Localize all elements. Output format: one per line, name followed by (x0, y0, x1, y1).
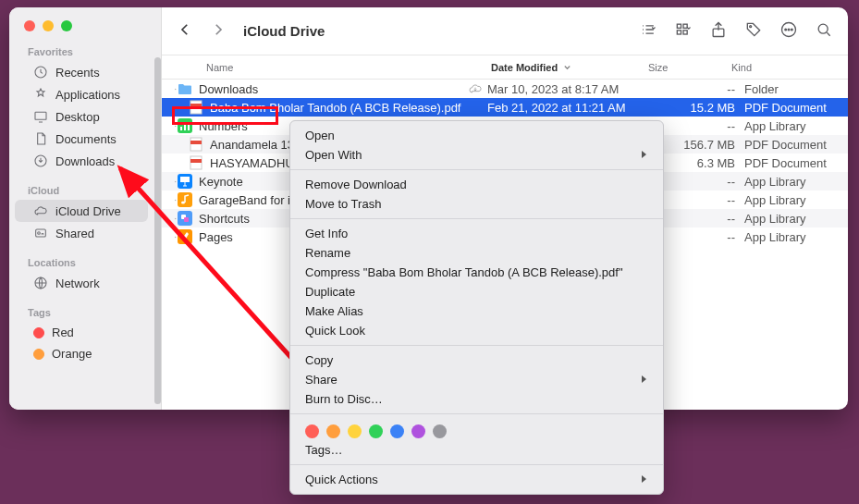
view-group-button[interactable] (674, 20, 693, 43)
sidebar-item-recents[interactable]: Recents (15, 61, 148, 83)
ctx-get-info[interactable]: Get Info (290, 224, 663, 243)
sidebar-item-desktop[interactable]: Desktop (15, 105, 148, 128)
disclosure-icon[interactable] (162, 196, 177, 204)
context-menu: Open Open With Remove Download Move to T… (289, 120, 664, 495)
locations-label: Locations (9, 252, 153, 272)
disclosure-icon[interactable] (162, 122, 177, 130)
file-row[interactable]: Baba Bom Bholar Tandob (A BCB Release).p… (162, 98, 848, 117)
sidebar-item-downloads[interactable]: Downloads (15, 150, 148, 172)
doc-icon (33, 131, 48, 146)
file-icon (177, 228, 193, 245)
svg-rect-33 (184, 217, 189, 222)
column-header-kind[interactable]: Kind (731, 62, 833, 73)
file-icon (188, 99, 204, 116)
search-button[interactable] (815, 20, 833, 43)
share-button[interactable] (709, 20, 728, 43)
ctx-move-to-trash[interactable]: Move to Trash (290, 194, 663, 214)
action-button[interactable] (779, 20, 798, 43)
tag-color[interactable] (305, 424, 319, 438)
shared-icon (33, 226, 48, 240)
ctx-separator (290, 218, 663, 219)
file-size: -- (665, 230, 735, 244)
disclosure-icon[interactable] (162, 178, 177, 186)
file-kind: App Library (735, 230, 837, 244)
column-header-date[interactable]: Date Modified (491, 62, 648, 73)
globe-icon (33, 276, 48, 290)
svg-rect-7 (683, 24, 687, 28)
tag-color[interactable] (433, 424, 447, 438)
ctx-separator (290, 464, 663, 465)
tag-button[interactable] (744, 20, 763, 43)
sidebar-item-label: Downloads (55, 154, 115, 168)
ctx-quick-look[interactable]: Quick Look (290, 321, 663, 340)
file-size: 15.2 MB (665, 101, 735, 115)
svg-point-4 (38, 232, 41, 235)
file-date: Feb 21, 2022 at 11:21 AM (487, 101, 665, 115)
view-list-button[interactable] (639, 20, 657, 43)
file-kind: PDF Document (735, 138, 837, 152)
ctx-open[interactable]: Open (290, 126, 663, 145)
maximize-window-button[interactable] (61, 20, 72, 31)
file-name: Downloads (199, 82, 463, 96)
sidebar-item-icloud-drive[interactable]: iCloud Drive (15, 200, 148, 222)
column-header-size[interactable]: Size (648, 62, 731, 73)
ctx-remove-download[interactable]: Remove Download (290, 175, 663, 194)
ctx-duplicate[interactable]: Duplicate (290, 282, 663, 301)
ctx-copy[interactable]: Copy (290, 350, 663, 370)
file-row[interactable]: DownloadsMar 10, 2023 at 8:17 AM--Folder (162, 80, 848, 98)
close-window-button[interactable] (24, 20, 35, 31)
column-header-name[interactable]: Name (206, 62, 491, 73)
ctx-burn[interactable]: Burn to Disc… (290, 389, 663, 409)
sidebar-item-label: iCloud Drive (55, 204, 121, 218)
ctx-share[interactable]: Share (290, 370, 663, 389)
disclosure-icon[interactable] (162, 85, 177, 93)
sidebar-tag-red[interactable]: Red (15, 322, 148, 343)
ctx-separator (290, 413, 663, 414)
svg-point-13 (785, 29, 787, 31)
svg-rect-20 (180, 127, 182, 130)
sidebar-sections: Favorites Recents Applications Desktop D… (9, 41, 161, 410)
sidebar-item-shared[interactable]: Shared (15, 222, 148, 244)
desktop-icon (33, 109, 48, 124)
ctx-open-with[interactable]: Open With (290, 145, 663, 165)
svg-rect-9 (683, 30, 687, 33)
sidebar-item-label: Network (55, 277, 100, 290)
ctx-tags[interactable]: Tags… (290, 440, 663, 460)
sidebar-item-applications[interactable]: Applications (15, 83, 148, 105)
disclosure-icon[interactable] (162, 233, 177, 241)
app-icon (33, 87, 48, 102)
forward-button[interactable] (210, 21, 227, 42)
file-size: 6.3 MB (665, 156, 735, 170)
ctx-quick-actions[interactable]: Quick Actions (290, 470, 663, 489)
sidebar-item-documents[interactable]: Documents (15, 128, 148, 150)
sidebar-scrollbar[interactable] (154, 57, 161, 404)
ctx-make-alias[interactable]: Make Alias (290, 301, 663, 321)
minimize-window-button[interactable] (43, 20, 54, 31)
tag-color[interactable] (326, 424, 340, 438)
back-button[interactable] (177, 21, 193, 42)
ctx-rename[interactable]: Rename (290, 243, 663, 263)
window-title: iCloud Drive (243, 23, 325, 39)
sidebar-item-label: Documents (55, 132, 117, 146)
tag-color[interactable] (369, 424, 383, 438)
file-kind: App Library (735, 193, 837, 207)
svg-point-14 (788, 29, 790, 31)
file-size: -- (665, 119, 735, 133)
icloud-label: iCloud (9, 179, 153, 200)
sidebar-tag-orange[interactable]: Orange (15, 343, 148, 364)
file-kind: App Library (735, 175, 837, 189)
sidebar-item-label: Recents (55, 66, 100, 80)
sidebar-item-network[interactable]: Network (15, 272, 148, 294)
cloud-icon (33, 203, 48, 218)
tag-color[interactable] (348, 424, 362, 438)
file-name: Baba Bom Bholar Tandob (A BCB Release).p… (210, 101, 463, 115)
tag-color[interactable] (390, 424, 404, 438)
sidebar-item-label: Desktop (55, 110, 100, 124)
disclosure-icon[interactable] (162, 215, 177, 223)
tag-color[interactable] (411, 424, 425, 438)
ctx-compress[interactable]: Compress "Baba Bom Bholar Tandob (A BCB … (290, 263, 663, 282)
file-icon (188, 136, 204, 153)
file-icon (177, 117, 193, 134)
favorites-label: Favorites (9, 41, 153, 61)
file-kind: Folder (735, 82, 837, 96)
